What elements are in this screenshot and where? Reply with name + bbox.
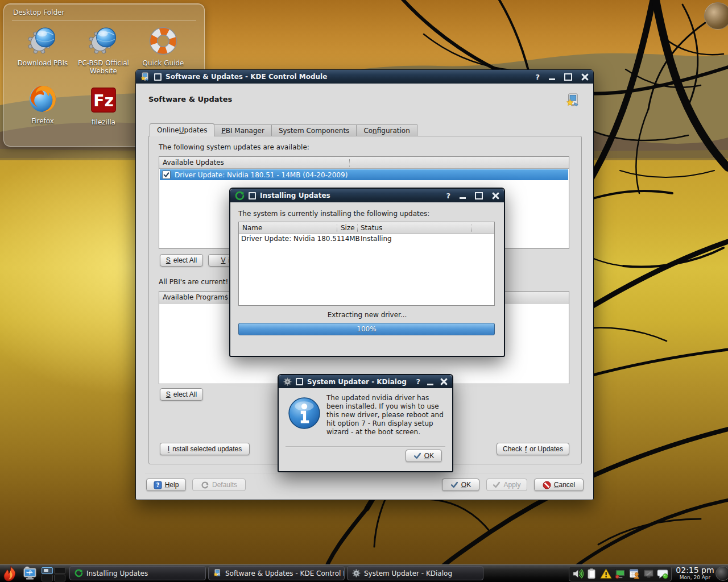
desktop-icon-filezilla[interactable]: filezilla (75, 84, 132, 126)
window-menu-icon[interactable] (154, 73, 162, 81)
titlebar[interactable]: System Updater - KDialog ? (279, 375, 452, 388)
check-for-updates-button[interactable]: Check for Updates (497, 443, 569, 455)
help-window-button[interactable]: ? (535, 73, 540, 81)
update-row-nvidia[interactable]: Driver Update: Nvidia 180.51 - 14MB (04-… (160, 169, 568, 180)
cancel-icon (543, 481, 551, 489)
warning-icon[interactable] (599, 567, 613, 580)
tab-online-updates[interactable]: Online Updates (150, 123, 214, 136)
help-button[interactable]: Help (146, 479, 186, 491)
ok-button[interactable]: OK (442, 479, 479, 491)
installing-table-row[interactable]: Driver Update: Nvidia 180.51 14MB Instal… (239, 235, 494, 245)
select-all-updates-button[interactable]: Select All (160, 254, 203, 267)
progress-status-text: Extracting new driver... (230, 311, 504, 319)
screen-share-icon[interactable] (614, 567, 627, 580)
titlebar[interactable]: Software & Updates - KDE Control Module … (136, 70, 593, 84)
gear-icon (352, 569, 361, 577)
cancel-button[interactable]: Cancel (534, 479, 584, 491)
footer-separator (145, 473, 584, 473)
titlebar[interactable]: Installing Updates ? (230, 189, 504, 202)
plasma-toolbox[interactable] (704, 2, 728, 30)
desktop-icon-label: Firefox (14, 117, 71, 125)
filezilla-icon (75, 84, 132, 117)
tab-system-components[interactable]: System Components (272, 124, 357, 136)
kdialog-ok-button[interactable]: OK (406, 450, 442, 462)
maximize-button[interactable] (475, 192, 483, 199)
close-button[interactable] (581, 73, 589, 81)
desktop-icon-firefox[interactable]: Firefox (14, 82, 71, 125)
installing-updates-dialog: Installing Updates ? The system is curre… (229, 188, 505, 357)
window-menu-icon[interactable] (296, 378, 303, 385)
column-separator (337, 225, 337, 232)
minimize-button[interactable] (427, 384, 433, 385)
display-inactive-icon[interactable] (642, 567, 655, 580)
pager-desktop-3[interactable] (42, 575, 53, 581)
tab-configuration[interactable]: Configuration (357, 124, 417, 136)
clock[interactable]: 02:15 pm Mon, 20 Apr (676, 566, 714, 581)
select-all-programs-button[interactable]: Select All (160, 388, 203, 401)
close-button[interactable] (492, 192, 499, 199)
defaults-button[interactable]: Defaults (192, 479, 246, 491)
desktop-icon-label: Quick Guide (135, 59, 192, 67)
apply-button[interactable]: Apply (486, 479, 527, 491)
clipboard-icon[interactable] (585, 567, 598, 580)
task-system-updater[interactable]: System Updater - KDialog (347, 566, 483, 580)
desktop-folder-separator (12, 20, 196, 21)
close-button[interactable] (440, 378, 448, 385)
display-settings-tray-button[interactable] (22, 566, 38, 582)
pager-desktop-2[interactable] (54, 567, 65, 574)
tab-pbi-manager[interactable]: PBI Manager (214, 124, 271, 136)
available-updates-header[interactable]: Available Updates (159, 157, 569, 169)
desktop-icon-label: Download PBIs (14, 59, 71, 67)
maximize-button[interactable] (564, 73, 572, 81)
pager-desktop-1[interactable] (42, 567, 53, 574)
system-tray (569, 566, 672, 581)
refresh-icon (235, 191, 245, 201)
check-icon-disabled (493, 481, 500, 489)
pager-window-thumb (44, 569, 48, 572)
install-selected-updates-button[interactable]: Install selected updates (160, 443, 250, 455)
minimize-button[interactable] (549, 78, 555, 80)
task-installing-updates[interactable]: Installing Updates (69, 566, 206, 580)
panel-toolbox[interactable] (715, 566, 728, 581)
cancel-label: Cancel (554, 481, 575, 489)
desktop-icon-pcbsd-website[interactable]: PC-BSD Official Website (75, 24, 132, 75)
row-status: Installing (361, 235, 392, 243)
system-updater-dialog: System Updater - KDialog ? The updated n… (278, 374, 453, 472)
clock-time: 02:15 pm (676, 566, 714, 575)
minimize-button[interactable] (460, 197, 466, 199)
kcm-window-icon (140, 72, 150, 82)
tab-bar: Online Updates PBI Manager System Compon… (150, 123, 417, 136)
column-name: Name (242, 224, 262, 232)
apply-label: Apply (503, 481, 520, 489)
task-label: System Updater - KDialog (364, 569, 452, 577)
life-ring-icon (135, 24, 192, 57)
task-software-updates[interactable]: Software & Updates - KDE Control Modu (208, 566, 345, 580)
volume-icon[interactable] (571, 567, 584, 580)
revert-icon (201, 481, 209, 489)
task-label: Installing Updates (86, 569, 148, 577)
desktop-icon-quick-guide[interactable]: Quick Guide (135, 24, 192, 67)
desktop-icon-download-pbis[interactable]: Download PBIs (14, 24, 71, 67)
installing-table-header[interactable]: Name Size Status (239, 222, 494, 234)
calendar-user-icon[interactable] (628, 567, 641, 580)
pager-desktop-4[interactable] (54, 575, 65, 581)
check-icon (413, 452, 421, 460)
kdialog-ok-label: OK (424, 452, 434, 460)
pbi-status-text: All PBI's are current! (159, 278, 228, 286)
info-icon (288, 397, 321, 430)
window-menu-icon[interactable] (249, 192, 256, 199)
messenger-icon[interactable] (656, 567, 669, 580)
installing-message: The system is currently installing the f… (238, 210, 429, 218)
desktop-icon-label: PC-BSD Official Website (77, 59, 130, 75)
help-window-button[interactable]: ? (416, 378, 420, 385)
progress-label: 100% (357, 325, 376, 333)
row-size: 14MB (341, 235, 360, 243)
help-icon (154, 481, 162, 489)
start-menu-button[interactable] (2, 566, 19, 582)
task-label: Software & Updates - KDE Control Modu (225, 569, 345, 577)
help-window-button[interactable]: ? (446, 192, 450, 199)
kdialog-message: The updated nvidia driver has been insta… (326, 394, 446, 436)
clock-date: Mon, 20 Apr (676, 575, 714, 581)
update-checkbox[interactable] (162, 171, 171, 179)
page-title: Software & Updates (148, 95, 232, 103)
